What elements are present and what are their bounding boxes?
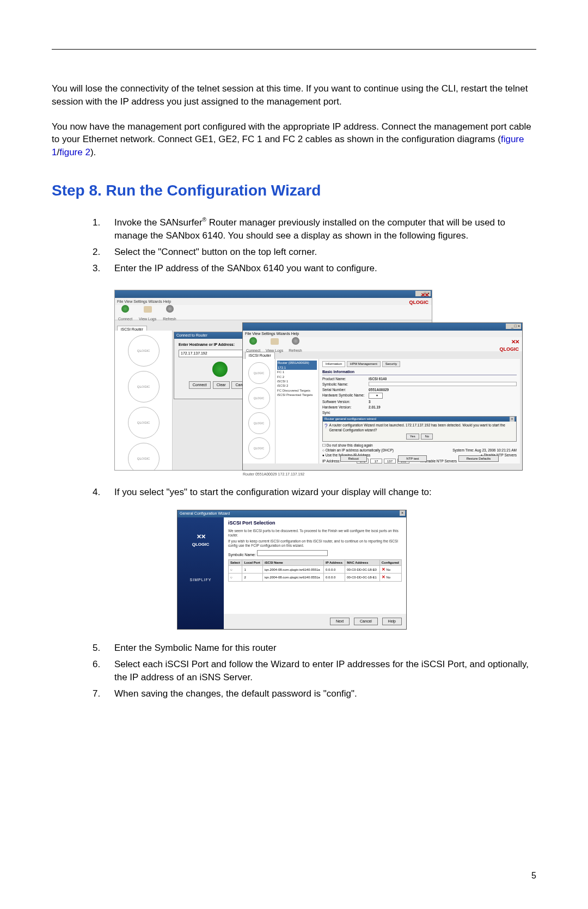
th-name: iSCSI Name: [262, 559, 323, 565]
s2-tabstrip: iSCSI Router: [243, 351, 522, 359]
x-icon: ✕: [382, 567, 385, 572]
s2-tree[interactable]: Router (0551A00029) 172.1 FC 1 FC 2 iSCS…: [275, 359, 319, 463]
basic-info-heading: Basic Information: [322, 369, 517, 375]
connect-label[interactable]: Connect: [118, 316, 132, 322]
text-2: Select the "Connect" button on the top l…: [114, 246, 536, 259]
wiz-desc1: We seem to be iSCSI ports to be discover…: [228, 529, 402, 538]
viewlogs-icon[interactable]: [144, 306, 152, 313]
wiz-desc2: If you wish to keep current iSCSI config…: [228, 539, 402, 548]
wiz-close-icon[interactable]: ×: [400, 510, 405, 516]
tree-iscsi1[interactable]: iSCSI 1: [277, 379, 317, 383]
num-1: 1.: [93, 216, 114, 242]
th-conf: Configured: [379, 559, 401, 565]
wizard-buttonbar: Next Cancel Help: [328, 613, 402, 626]
para2-text-a: You now have the management port configu…: [52, 121, 531, 145]
sw-lbl: Software Version:: [322, 399, 369, 404]
tab-information[interactable]: Information: [322, 361, 345, 367]
next-button[interactable]: Next: [330, 618, 350, 625]
sym-input[interactable]: [369, 382, 517, 386]
tree-iscsi-pres[interactable]: iSCSI Presented Targets: [277, 393, 317, 397]
th-mac: MAC Address: [345, 559, 380, 565]
sel-radio-2[interactable]: ○: [229, 574, 242, 581]
viewlogs-label[interactable]: View Logs: [139, 316, 156, 322]
sym-lbl: Symbolic Name:: [322, 382, 369, 387]
tree-fc-disc[interactable]: FC Discovered Targets: [277, 388, 317, 393]
text-4: If you select "yes" to start the configu…: [114, 486, 536, 499]
sel-radio-1[interactable]: ○: [229, 566, 242, 574]
s2-titlebar: _ □ ×: [243, 323, 522, 331]
s2-window-controls-icon[interactable]: _ □ ×: [506, 324, 521, 329]
s2-refresh-icon[interactable]: [292, 337, 299, 345]
reboot-button[interactable]: Reboot: [340, 455, 367, 462]
spinner-icon: [212, 362, 228, 377]
wizard-body: iSCSI Port Selection We seem to be iSCSI…: [224, 517, 406, 614]
para2-text-b: ).: [90, 147, 96, 157]
num-2: 2.: [93, 246, 114, 259]
dialog-close-icon[interactable]: ×: [510, 417, 514, 421]
ring-2: QLOGIC: [128, 371, 160, 402]
simplify-text: SIMPLIFY: [177, 577, 224, 583]
instructions-2: 4. If you select "yes" to start the conf…: [52, 486, 536, 499]
refresh-label[interactable]: Refresh: [163, 316, 176, 322]
ring-1: QLOGIC: [128, 335, 160, 367]
sansurfer-window-main: _ □ × File View Settings Wizards Help Co…: [242, 322, 523, 471]
sync-lbl: Sync: [322, 410, 330, 415]
text-7: When saving the changes, the default pas…: [114, 687, 536, 700]
s2-menu[interactable]: File View Settings Wizards Help: [243, 331, 522, 337]
restore-button[interactable]: Restore Defaults: [458, 455, 499, 462]
x-icon: ✕: [382, 575, 385, 579]
wiz-logo: ✕✕ QLOGIC: [177, 533, 224, 547]
ntptest-button[interactable]: NTP test: [398, 455, 427, 462]
prod-val: iSCSI 6140: [369, 376, 517, 381]
connect-button[interactable]: Connect: [189, 381, 211, 389]
text-6: Select each iSCSI Port and follow the Wi…: [114, 658, 536, 684]
text-3: Enter the IP address of the SANbox 6140 …: [114, 262, 536, 275]
no-button[interactable]: No: [421, 434, 433, 439]
ip-input[interactable]: 172.17.137.192: [179, 350, 248, 357]
tree-fc1[interactable]: FC 1: [277, 370, 317, 374]
num-5: 5.: [93, 642, 114, 655]
header-rule: [52, 49, 536, 50]
s2-connect-icon[interactable]: [249, 337, 257, 345]
s2-toolbar: Connect View Logs Refresh ✕✕ QLOGIC: [243, 337, 522, 351]
num-4: 4.: [93, 486, 114, 499]
tree-iscsi2[interactable]: iSCSI 2: [277, 383, 317, 388]
th-port: Local Port: [242, 559, 262, 565]
systime-lbl: System Time:: [452, 448, 474, 452]
sw-val: 3: [369, 399, 517, 404]
ser-val: 0551A00029: [369, 387, 517, 392]
chk-noshow[interactable]: ☐: [322, 443, 327, 447]
s2-viewlogs-icon[interactable]: [271, 338, 279, 345]
wizard-titlebar: General Configuration Wizard ×: [177, 510, 406, 517]
page-number: 5: [531, 870, 536, 882]
ring-3: QLOGIC: [128, 407, 160, 438]
figure-wizard: General Configuration Wizard × ✕✕ QLOGIC…: [177, 510, 536, 630]
th-select: Select: [229, 559, 242, 565]
status-bar: Router 0551A00029 172.17.137.192: [243, 472, 304, 477]
s2-ring1: QLOGIC: [248, 362, 270, 384]
connect-icon[interactable]: [121, 305, 129, 313]
hw-dropdown[interactable]: ▾: [369, 393, 383, 398]
figure2-link[interactable]: figure 2: [59, 147, 90, 157]
s2-ring3: QLOGIC: [248, 412, 270, 434]
wiz-cancel-button[interactable]: Cancel: [354, 618, 378, 625]
question-icon: ?: [324, 423, 328, 432]
num-7: 7.: [93, 687, 114, 700]
tree-root[interactable]: Router (0551A00029) 172.1: [277, 361, 317, 370]
dialog-titlebar: Router general configuration wizard ×: [323, 417, 516, 422]
tree-fc2[interactable]: FC 2: [277, 375, 317, 379]
para-telnet: You will lose the connectivity of the te…: [52, 82, 536, 108]
instructions-3: 5. Enter the Symbolic Name for this rout…: [52, 642, 536, 700]
window-titlebar: _ □ ×: [115, 290, 432, 298]
tab-mgmt[interactable]: HPM Management: [347, 361, 381, 367]
figure-sansurfer: _ □ × File View Settings Wizards Help Co…: [114, 290, 536, 471]
left-panel: QLOGIC QLOGIC QLOGIC QLOGIC: [115, 331, 173, 471]
clear-button[interactable]: Clear: [213, 381, 230, 389]
wizard-window: General Configuration Wizard × ✕✕ QLOGIC…: [177, 510, 407, 630]
wiz-sym-input[interactable]: [257, 550, 328, 556]
yes-button[interactable]: Yes: [406, 434, 419, 439]
help-button[interactable]: Help: [382, 618, 402, 625]
tab-security[interactable]: Security: [382, 361, 401, 367]
refresh-icon[interactable]: [166, 305, 174, 313]
th-ip: IP Address: [323, 559, 345, 565]
